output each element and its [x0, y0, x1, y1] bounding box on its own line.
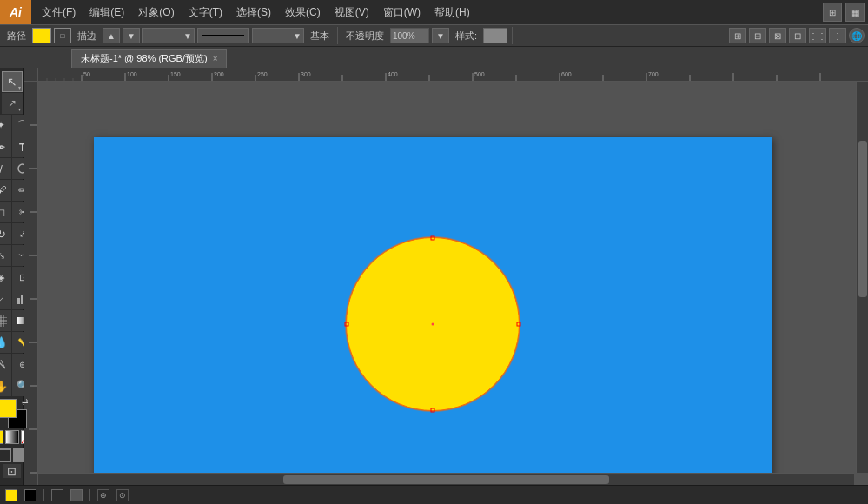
menu-effect[interactable]: 效果(C): [278, 0, 328, 24]
path-label: 路径: [3, 30, 30, 43]
swap-colors-icon[interactable]: ⇄: [22, 397, 29, 406]
opacity-value[interactable]: 100%: [390, 28, 429, 43]
anchor-bottom: [431, 408, 435, 413]
gradient-mode-btn[interactable]: [5, 430, 19, 444]
canvas-area: 50 100 150 200 250 300 400 500 600 700: [24, 68, 868, 485]
stroke-icon: □: [54, 28, 71, 43]
menu-view[interactable]: 视图(V): [328, 0, 376, 24]
anchor-left: [345, 322, 349, 327]
stroke-label: 描边: [74, 30, 100, 43]
anchor-top: [431, 236, 435, 241]
ruler-top: 50 100 150 200 250 300 400 500 600 700: [38, 68, 868, 82]
status-stroke-swatch: [24, 489, 36, 501]
pen-tool[interactable]: ✒: [0, 136, 11, 157]
mesh-tool[interactable]: [0, 310, 11, 331]
basic-label: 基本: [307, 30, 333, 43]
perspective-tool[interactable]: ⊿: [0, 288, 11, 309]
sep2: [512, 27, 513, 44]
align-btn1[interactable]: ⊞: [729, 28, 746, 43]
stroke-up-btn[interactable]: ▲: [103, 28, 120, 43]
tab-title: 未标题-1* @ 98% (RGB/预览): [81, 52, 208, 65]
svg-rect-2: [21, 295, 23, 304]
web-btn[interactable]: 🌐: [849, 28, 865, 43]
stroke-down-btn[interactable]: ▼: [123, 28, 140, 43]
center-point: [432, 323, 434, 326]
horizontal-scrollbar[interactable]: [38, 473, 854, 485]
workspace-switcher[interactable]: ⊞: [823, 3, 842, 22]
menu-file[interactable]: 文件(F): [35, 0, 83, 24]
svg-text:600: 600: [561, 71, 572, 77]
blend-tool[interactable]: ◈: [0, 267, 11, 288]
horizontal-scroll-thumb[interactable]: [283, 475, 610, 484]
main-area: ↖ ▾ ↗ ▾ ✦ ⌒ ✒ T / ▾ 🖌 ✏: [0, 68, 868, 485]
direct-selection-row: ↗ ▾: [2, 93, 23, 114]
paintbrush-tool[interactable]: 🖌: [0, 180, 11, 201]
tabbar: 未标题-1* @ 98% (RGB/预览) ×: [0, 47, 868, 68]
line-tool[interactable]: /: [0, 158, 11, 179]
menu-window[interactable]: 窗口(W): [376, 0, 427, 24]
menubar: Ai 文件(F) 编辑(E) 对象(O) 文字(T) 选择(S) 效果(C) 视…: [0, 0, 868, 24]
slice-tool[interactable]: [0, 354, 11, 375]
menu-edit[interactable]: 编辑(E): [83, 0, 131, 24]
status-sep1: [43, 489, 44, 501]
statusbar: ⊕ ⊙: [0, 485, 868, 504]
fill-color-btn[interactable]: [32, 28, 51, 43]
opacity-down-btn[interactable]: ▼: [432, 28, 449, 43]
stroke-style-preview[interactable]: [197, 28, 249, 43]
options-toolbar: 路径 □ 描边 ▲ ▼ ▼ ▼ 基本 不透明度 100% ▼ 样式: ⊞ ⊟ ⊠…: [0, 24, 868, 47]
align-btn4[interactable]: ⊡: [789, 28, 806, 43]
svg-text:500: 500: [474, 71, 485, 77]
toolbox: ↖ ▾ ↗ ▾ ✦ ⌒ ✒ T / ▾ 🖌 ✏: [0, 68, 24, 485]
svg-text:150: 150: [170, 71, 181, 77]
menu-type[interactable]: 文字(T): [182, 0, 229, 24]
selection-tool[interactable]: ↖ ▾: [2, 71, 23, 92]
window-controls: ⊞ ▦: [823, 3, 868, 22]
stroke-width-dropdown[interactable]: ▼: [142, 28, 195, 43]
status-mode1: [51, 489, 63, 501]
svg-rect-1: [17, 298, 20, 304]
arrangement-btn[interactable]: ▦: [845, 3, 865, 22]
style-btn[interactable]: [483, 28, 507, 43]
svg-text:200: 200: [214, 71, 224, 77]
app-logo: Ai: [0, 0, 31, 24]
magic-wand-tool[interactable]: ✦: [0, 115, 11, 136]
screen-mode-btn[interactable]: ⊡: [3, 464, 21, 478]
selection-tools-row: ↖ ▾: [2, 71, 23, 92]
svg-text:100: 100: [127, 71, 137, 77]
status-icon2: ⊙: [116, 489, 129, 501]
document-tab[interactable]: 未标题-1* @ 98% (RGB/预览) ×: [71, 49, 227, 68]
fill-swatch[interactable]: [0, 399, 17, 418]
status-color-swatch: [5, 489, 17, 501]
tab-close-btn[interactable]: ×: [213, 54, 218, 63]
menu-object[interactable]: 对象(O): [131, 0, 181, 24]
menu-items: 文件(F) 编辑(E) 对象(O) 文字(T) 选择(S) 效果(C) 视图(V…: [31, 0, 477, 24]
scale-tool[interactable]: ⤡: [0, 245, 11, 266]
align-btn5[interactable]: ⋮⋮: [809, 28, 826, 43]
vertical-scroll-thumb[interactable]: [858, 141, 867, 297]
eraser-tool[interactable]: ◻: [0, 202, 11, 222]
align-btn2[interactable]: ⊟: [749, 28, 766, 43]
stroke-profile-dropdown[interactable]: ▼: [252, 28, 304, 43]
eyedropper-tool[interactable]: 💧: [0, 332, 11, 353]
menu-help[interactable]: 帮助(H): [427, 0, 477, 24]
svg-text:250: 250: [257, 71, 268, 77]
direct-selection-tool[interactable]: ↗ ▾: [2, 93, 23, 114]
rotate-tool[interactable]: ↻: [0, 223, 11, 244]
ruler-top-svg: 50 100 150 200 250 300 400 500 600 700: [38, 68, 868, 81]
align-btn6[interactable]: ⋮: [829, 28, 846, 43]
svg-text:700: 700: [648, 71, 659, 77]
svg-text:300: 300: [301, 71, 311, 77]
circle-shape[interactable]: [346, 237, 520, 411]
status-sep2: [89, 489, 90, 501]
svg-text:400: 400: [388, 71, 398, 77]
normal-mode-btn[interactable]: [0, 448, 11, 462]
align-btn3[interactable]: ⊠: [769, 28, 786, 43]
hand-tool[interactable]: ✋: [0, 375, 11, 396]
color-swatch-pair: ⇄: [0, 399, 27, 428]
color-mode-btn[interactable]: [0, 430, 3, 444]
artboard: [94, 137, 772, 485]
style-label: 样式:: [452, 30, 480, 43]
vertical-scrollbar[interactable]: [856, 82, 868, 473]
menu-select[interactable]: 选择(S): [229, 0, 278, 24]
sep1: [337, 27, 338, 44]
